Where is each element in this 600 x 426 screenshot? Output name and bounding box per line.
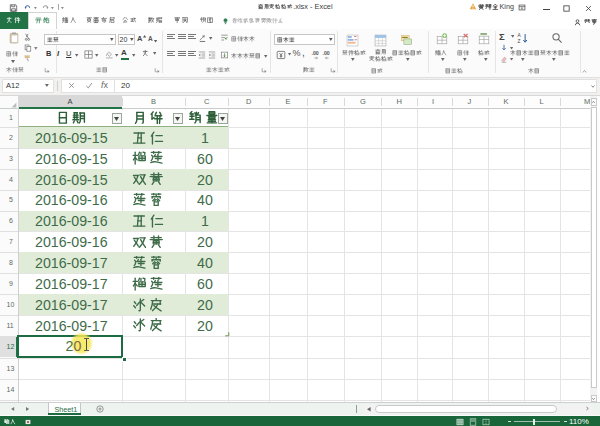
svg-text:A: A	[517, 33, 521, 38]
svg-text:Z: Z	[517, 39, 520, 44]
